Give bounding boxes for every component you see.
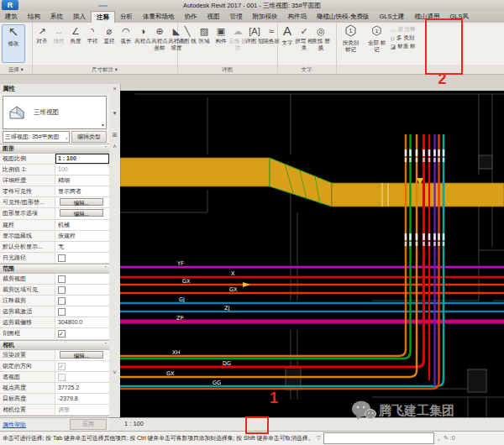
checkbox[interactable] <box>58 275 66 283</box>
tag-by-category-button[interactable]: 1 按类别 标记 <box>339 24 364 52</box>
chevron-up-icon[interactable]: ˄ <box>109 144 120 149</box>
edit-button[interactable]: 编辑... <box>60 351 103 359</box>
section-camera[interactable]: 相机ˆ <box>0 340 109 350</box>
checkbox[interactable] <box>58 286 66 294</box>
tab-component-dock[interactable]: 构件坞 <box>283 11 312 23</box>
tab-analyze[interactable]: 分析 <box>115 11 138 23</box>
tab-glsmodel[interactable]: 橄榄山快模-免费版 <box>312 11 375 23</box>
riser-tag-marks[interactable] <box>438 233 440 240</box>
tab-manage[interactable]: 管理 <box>225 11 248 23</box>
plan-view-svg[interactable]: YFXGXGXGJZJZPXHDGGXGG <box>120 91 504 417</box>
tab-view[interactable]: 视图 <box>202 11 225 23</box>
detail-button[interactable]: ☁ 云线 批注 <box>230 24 246 50</box>
type-selector[interactable]: 三维视图 ▾ <box>3 96 107 129</box>
dimension-button[interactable]: ↗ 对齐 <box>34 24 50 44</box>
checkbox[interactable] <box>58 254 66 262</box>
value-cell[interactable]: 按规程 <box>55 231 109 241</box>
value-cell[interactable]: 机械 <box>55 220 109 230</box>
value-cell[interactable]: 304800.0 <box>55 317 109 327</box>
value-cell[interactable]: 无 <box>55 242 109 252</box>
pipe-tag[interactable]: GX <box>182 278 191 285</box>
tag-all-button[interactable]: 1 全部 标记 <box>365 24 390 52</box>
pipe-tag[interactable]: ZJ <box>224 305 229 312</box>
riser-tag-marks[interactable] <box>423 233 425 240</box>
section-graphics[interactable]: 图形ˆ <box>0 144 109 154</box>
duct-segment[interactable] <box>120 158 270 186</box>
dimension-button[interactable]: ↔ 线性 <box>51 24 67 44</box>
edit-button[interactable]: 编辑... <box>60 198 103 206</box>
tab-gls-structure[interactable]: GLS土建 <box>375 11 410 23</box>
dimension-button[interactable]: ∠ 角度 <box>68 24 84 44</box>
duct-elbow-fitting[interactable] <box>270 158 332 207</box>
tab-annotate[interactable]: 注释 <box>91 11 115 23</box>
value-cell[interactable]: 1 : 100 <box>55 154 109 164</box>
riser-tag-marks[interactable] <box>443 149 445 156</box>
pipe-tag[interactable]: GG <box>213 380 221 386</box>
riser-tag-marks[interactable] <box>405 233 407 240</box>
pipe-tag[interactable]: DG <box>223 360 231 367</box>
riser-tag-marks[interactable] <box>443 233 445 240</box>
apply-button[interactable]: 应用 <box>70 419 107 430</box>
drawing-area[interactable]: YFXGXGXGJZJZPXHDGGXGG <box>120 91 504 417</box>
panel-label-detail[interactable]: 详图 <box>178 65 277 74</box>
tab-systems[interactable]: 系统 <box>45 11 68 23</box>
detail-button[interactable]: [A] 详图 组 <box>247 24 263 44</box>
detail-button[interactable]: ╲ 详图 线 <box>180 24 196 44</box>
panel-label-text[interactable]: 文字 <box>278 65 336 74</box>
riser-tag-marks[interactable] <box>428 149 431 156</box>
checkbox[interactable] <box>58 330 66 338</box>
riser-tag-marks[interactable] <box>433 149 436 156</box>
detail-button[interactable]: ▨ 区域 <box>197 24 213 44</box>
riser-tag-marks[interactable] <box>416 233 418 240</box>
tab-massing-site[interactable]: 体量和场地 <box>138 11 180 23</box>
small-tag-button[interactable]: ◇ 多 类别 <box>391 34 419 42</box>
tab-structure[interactable]: 结构 <box>23 11 45 23</box>
properties-help-link[interactable]: 属性帮助 <box>3 421 26 429</box>
value-cell[interactable]: -2379.8 <box>55 394 109 404</box>
view-scale-button[interactable]: 1 : 100 <box>124 420 144 427</box>
riser-tag-marks[interactable] <box>405 149 407 156</box>
duct-segment[interactable] <box>332 183 504 207</box>
tab-collaborate[interactable]: 协作 <box>180 11 202 23</box>
chevron-down-icon[interactable]: ⌄ <box>437 436 441 442</box>
tab-addins[interactable]: 附加模块 <box>248 11 283 23</box>
riser-tag-marks[interactable] <box>438 149 440 156</box>
modify-button[interactable]: ↖ 修改 <box>2 24 25 63</box>
value-cell[interactable]: 显示两者 <box>55 186 109 196</box>
riser-tag-marks[interactable] <box>409 233 412 240</box>
pipe-tag[interactable]: X <box>231 270 235 277</box>
editable-only-indicator[interactable]: ✎ :0 <box>444 435 455 442</box>
value-cell[interactable]: 精细 <box>55 175 109 186</box>
close-icon[interactable]: × <box>109 86 120 92</box>
panel-label-select[interactable]: 选择 ▾ <box>0 65 32 74</box>
riser-tag-marks[interactable] <box>428 233 431 240</box>
pipe-tag[interactable]: ZP <box>176 315 183 322</box>
text-button[interactable]: A 文字 <box>280 24 296 46</box>
collapse-icon[interactable]: ˆ <box>105 341 107 349</box>
dimension-button[interactable]: ◝ 半径 <box>85 24 101 44</box>
small-tag-button[interactable]: ◪ 材质 标 <box>391 43 419 50</box>
chevron-down-icon[interactable]: ▾ <box>109 110 120 117</box>
text-button[interactable]: ✓ 拼写 检查 <box>297 24 312 50</box>
checkbox[interactable] <box>58 297 66 305</box>
dimension-button[interactable]: ◠ 弧长 <box>118 24 134 44</box>
dimension-button[interactable]: ⊕ 高程点 坐标 <box>152 24 168 50</box>
edit-button[interactable]: 编辑... <box>60 209 103 217</box>
pipe-tag[interactable]: GX <box>229 286 238 293</box>
collapse-icon[interactable]: ˆ <box>105 264 107 273</box>
checkbox[interactable] <box>58 308 66 316</box>
tab-architecture[interactable]: 建筑 <box>0 11 23 23</box>
pipe-tag[interactable]: GX <box>166 370 175 377</box>
collapse-icon[interactable]: ˆ <box>105 144 107 153</box>
small-tag-button[interactable]: ▭ 梁 注释 <box>391 26 419 34</box>
value-cell[interactable]: 37725.2 <box>55 383 109 393</box>
panel-label-dimension[interactable]: 尺寸标注 ▾ <box>33 65 177 74</box>
dimension-button[interactable]: ⌀ 直径 <box>102 24 118 44</box>
pipe-tag[interactable]: YF <box>176 260 184 267</box>
tab-insert[interactable]: 插入 <box>68 11 91 23</box>
instance-selector[interactable]: 三维视图: 35#平面图˅ <box>3 131 70 143</box>
detail-button[interactable]: ▣ 构件 <box>213 24 229 44</box>
filter-icon[interactable]: ▽ <box>316 435 320 442</box>
riser-tag-marks[interactable] <box>409 149 412 156</box>
text-button[interactable]: ◎ 查找 替换 <box>313 24 329 50</box>
